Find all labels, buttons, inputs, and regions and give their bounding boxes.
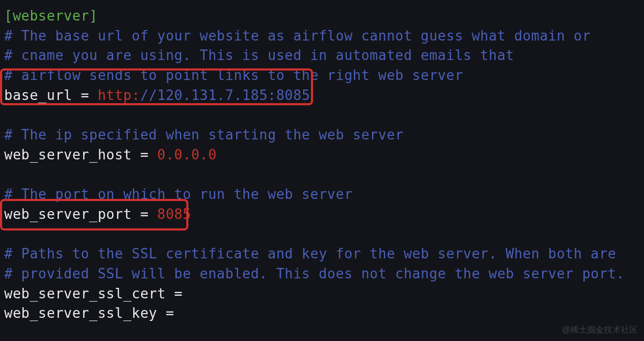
key-base-url: base_url xyxy=(4,87,72,103)
value-rest: //120.131.7.185:8085 xyxy=(140,87,310,103)
key-host: web_server_host xyxy=(4,147,132,163)
equals: = xyxy=(157,305,174,321)
watermark: @稀土掘金技术社区 xyxy=(562,324,638,336)
comment-base-url-3: # airflow sends to point links to the ri… xyxy=(4,66,640,86)
setting-ssl-cert: web_server_ssl_cert = xyxy=(4,284,640,304)
blank-line xyxy=(4,105,640,125)
setting-web-server-port: web_server_port = 8085 xyxy=(4,205,640,225)
comment-port: # The port on which to run the web serve… xyxy=(4,185,640,205)
comment-base-url-2: # cname you are using. This is used in a… xyxy=(4,46,640,66)
section-header: [webserver] xyxy=(4,6,640,26)
setting-base-url: base_url = http://120.131.7.185:8085 xyxy=(4,86,640,106)
value-port: 8085 xyxy=(157,206,192,222)
key-port: web_server_port xyxy=(4,206,132,222)
equals: = xyxy=(166,286,183,302)
key-ssl-key: web_server_ssl_key xyxy=(4,305,157,321)
equals: = xyxy=(132,206,157,222)
equals: = xyxy=(72,87,97,103)
value-scheme: http: xyxy=(98,87,140,103)
key-ssl-cert: web_server_ssl_cert xyxy=(4,286,166,302)
setting-ssl-key: web_server_ssl_key = xyxy=(4,304,640,324)
comment-base-url-1: # The base url of your website as airflo… xyxy=(4,26,640,46)
blank-line xyxy=(4,165,640,185)
comment-ssl-2: # provided SSL will be enabled. This doe… xyxy=(4,264,640,284)
equals: = xyxy=(132,147,157,163)
setting-web-server-host: web_server_host = 0.0.0.0 xyxy=(4,145,640,165)
value-host: 0.0.0.0 xyxy=(157,147,217,163)
section-text: [webserver] xyxy=(4,8,98,24)
blank-line xyxy=(4,225,640,245)
comment-ssl-1: # Paths to the SSL certificate and key f… xyxy=(4,244,640,264)
comment-host: # The ip specified when starting the web… xyxy=(4,125,640,145)
